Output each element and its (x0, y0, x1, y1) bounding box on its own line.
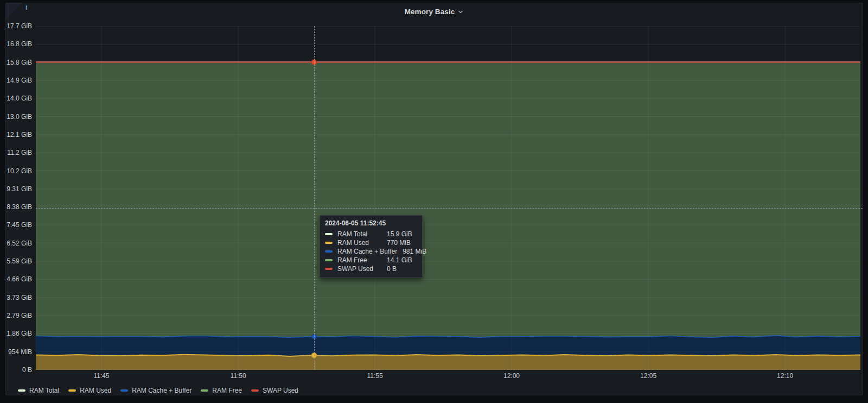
y-axis-label: 13.0 GiB (6, 113, 32, 121)
legend-swatch (68, 389, 76, 392)
series-color-swatch (325, 259, 333, 261)
y-axis-label: 1.86 GiB (6, 330, 32, 337)
hover-tooltip: 2024-06-05 11:52:45 RAM Total15.9 GiBRAM… (320, 215, 423, 278)
memory-basic-panel: i Memory Basic 0 B954 MiB1.86 GiB2.79 Gi… (5, 3, 863, 395)
legend-swatch (251, 389, 259, 392)
x-axis-label: 11:50 (221, 372, 256, 380)
y-axis-label: 9.31 GiB (6, 185, 32, 193)
panel-header: Memory Basic (6, 3, 863, 20)
x-axis: 11:4511:5011:5512:0012:0512:10 (6, 372, 864, 381)
y-axis-label: 6.52 GiB (6, 240, 32, 247)
y-axis-label: 10.2 GiB (6, 167, 32, 175)
x-axis-label: 12:00 (494, 372, 529, 380)
y-axis-label: 14.0 GiB (6, 95, 32, 102)
tooltip-series-value: 15.9 GiB (387, 230, 417, 238)
y-axis-label: 15.8 GiB (6, 59, 32, 66)
y-axis-label: 14.9 GiB (6, 77, 32, 84)
y-axis-label: 7.45 GiB (6, 221, 32, 229)
x-axis-label: 12:10 (768, 372, 802, 380)
x-axis-label: 11:45 (84, 372, 119, 380)
panel-title-menu[interactable]: Memory Basic (405, 8, 464, 16)
y-axis: 0 B954 MiB1.86 GiB2.79 GiB3.73 GiB4.66 G… (6, 3, 32, 396)
crosshair-vertical (314, 26, 315, 370)
y-axis-label: 11.2 GiB (6, 149, 32, 156)
tooltip-timestamp: 2024-06-05 11:52:45 (325, 219, 417, 227)
panel-title: Memory Basic (405, 8, 455, 16)
tooltip-row: SWAP Used0 B (325, 265, 417, 273)
area-ram-used (36, 355, 860, 370)
y-axis-label: 17.7 GiB (6, 22, 32, 30)
y-axis-label: 3.73 GiB (6, 294, 32, 301)
x-axis-label: 12:05 (631, 372, 666, 380)
tooltip-row: RAM Cache + Buffer981 MiB (325, 247, 417, 256)
legend-swatch (201, 389, 208, 392)
legend-label: RAM Total (29, 387, 59, 394)
legend-label: RAM Free (212, 387, 242, 394)
y-axis-label: 8.38 GiB (6, 203, 32, 211)
tooltip-series-label: RAM Cache + Buffer (337, 248, 397, 255)
legend: RAM TotalRAM UsedRAM Cache + BufferRAM F… (18, 386, 298, 395)
chevron-down-icon (457, 9, 464, 15)
tooltip-series-value: 14.1 GiB (387, 256, 417, 264)
legend-label: SWAP Used (263, 387, 298, 394)
legend-item-ram-free[interactable]: RAM Free (201, 387, 242, 394)
tooltip-series-label: SWAP Used (337, 265, 381, 273)
tooltip-series-value: 0 B (387, 265, 417, 273)
y-axis-label: 954 MiB (6, 348, 32, 356)
legend-item-ram-cache-buffer[interactable]: RAM Cache + Buffer (120, 387, 192, 394)
tooltip-row: RAM Used770 MiB (325, 238, 417, 247)
series-color-swatch (325, 242, 333, 244)
tooltip-series-label: RAM Free (337, 256, 381, 264)
y-axis-label: 4.66 GiB (6, 275, 32, 283)
y-axis-label: 5.59 GiB (6, 257, 32, 265)
area-ram-cache-buffer (36, 336, 860, 356)
tooltip-row: RAM Total15.9 GiB (325, 230, 417, 238)
series-color-swatch (325, 250, 333, 253)
legend-item-ram-total[interactable]: RAM Total (18, 387, 59, 394)
y-axis-label: 12.1 GiB (6, 131, 32, 138)
area-ram-free (36, 62, 860, 337)
series-color-swatch (325, 233, 333, 235)
legend-label: RAM Cache + Buffer (132, 387, 192, 394)
x-axis-label: 11:55 (358, 372, 392, 380)
tooltip-series-label: RAM Used (337, 239, 381, 247)
chart-plot-area[interactable] (36, 26, 860, 370)
tooltip-series-value: 981 MiB (403, 248, 426, 255)
legend-item-ram-used[interactable]: RAM Used (68, 387, 111, 394)
y-axis-label: 2.79 GiB (6, 312, 32, 319)
tooltip-row: RAM Free14.1 GiB (325, 256, 417, 265)
stacked-area-chart (36, 26, 860, 370)
y-axis-label: 16.8 GiB (6, 40, 32, 48)
legend-swatch (120, 389, 128, 392)
crosshair-horizontal (36, 208, 863, 209)
tooltip-series-value: 770 MiB (387, 239, 417, 247)
legend-swatch (18, 389, 25, 392)
series-color-swatch (325, 268, 333, 270)
legend-item-swap-used[interactable]: SWAP Used (251, 387, 298, 394)
legend-label: RAM Used (80, 387, 111, 394)
tooltip-series-label: RAM Total (337, 230, 381, 238)
